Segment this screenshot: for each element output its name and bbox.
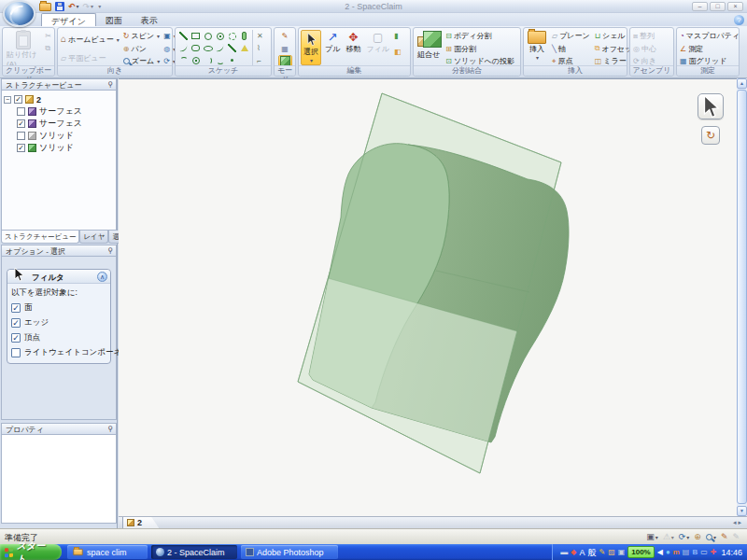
tree-expander[interactable]: − xyxy=(4,96,11,104)
sketch-mode-button[interactable]: ✎ xyxy=(281,30,289,42)
cylinder-tool-icon[interactable] xyxy=(242,32,247,40)
bluetooth-icon[interactable]: B xyxy=(692,548,698,557)
select-button[interactable]: 選択 ▾ xyxy=(301,30,321,65)
start-button[interactable]: スタート xyxy=(0,544,62,560)
taskbar-clock[interactable]: 14:46 xyxy=(721,548,742,557)
tangent-arc-tool-icon[interactable] xyxy=(204,57,212,64)
status-spin-button[interactable]: ⟳▾ xyxy=(679,532,690,541)
tree-row-root[interactable]: − ✓ 2 xyxy=(4,93,114,105)
replace-body-button[interactable]: ▮ xyxy=(393,30,402,42)
checkbox[interactable] xyxy=(11,348,21,357)
mass-properties-button[interactable]: ◔マスプロパティ xyxy=(679,30,737,42)
scroll-down-button[interactable]: ▼ xyxy=(737,506,747,516)
rounded-rect-tool-icon[interactable] xyxy=(191,45,200,51)
tab-scroll-arrows[interactable]: ◂▸ xyxy=(733,519,743,526)
ime-mode-indicator[interactable]: A xyxy=(579,548,585,557)
filter-check-edge[interactable]: ✓ エッジ xyxy=(7,315,110,330)
tree-root-label[interactable]: 2 xyxy=(36,95,41,105)
pin-icon[interactable]: ⚲ xyxy=(107,80,113,89)
trim-tool-button[interactable]: ✕ xyxy=(256,30,264,42)
spline-tool-icon[interactable] xyxy=(215,44,224,52)
split-face-button[interactable]: ⊞面分割 xyxy=(444,43,515,55)
viewport-scrollbar[interactable]: ▲ ▼ xyxy=(737,78,747,516)
viewport-spin-tool-button[interactable]: ↻ xyxy=(701,126,720,145)
center-button[interactable]: ◎中心 xyxy=(632,43,671,55)
scrollbar-thumb[interactable] xyxy=(737,90,747,504)
status-warning-button[interactable]: ⚠▾ xyxy=(663,532,674,541)
collapse-button[interactable]: ∧ xyxy=(97,272,107,282)
circle-3pt-tool-icon[interactable] xyxy=(217,33,224,40)
volume-icon[interactable]: ◆ xyxy=(571,548,576,557)
insert-plane-button[interactable]: ▱プレーン xyxy=(551,30,591,42)
paste-button[interactable]: 貼り付け(A) xyxy=(5,30,41,69)
bend-tool-icon[interactable] xyxy=(217,57,224,64)
align-button[interactable]: ⧈整列 xyxy=(632,30,671,42)
item-checkbox[interactable]: ✓ xyxy=(17,144,25,152)
tray-icon[interactable]: ▣ xyxy=(618,548,626,557)
status-note2-button[interactable]: ✎ xyxy=(732,532,740,541)
display-icon[interactable]: ▭ xyxy=(700,548,708,557)
ime-kana-indicator[interactable]: 般 xyxy=(587,548,596,557)
point-tool-icon[interactable] xyxy=(231,59,233,62)
status-pan-button[interactable]: ⊕ xyxy=(694,532,701,541)
properties-panel-header[interactable]: プロパティ ⚲ xyxy=(1,423,117,435)
title-bar[interactable]: ↶▾ ↷▾ ▾ 2 - SpaceClaim – □ × xyxy=(0,0,747,13)
tree-item-label[interactable]: サーフェス xyxy=(39,105,82,118)
filter-check-face[interactable]: ✓ 面 xyxy=(7,301,110,315)
rectangle-tool-icon[interactable] xyxy=(191,33,200,39)
pull-button[interactable]: ↗ プル xyxy=(323,30,342,55)
checkbox[interactable]: ✓ xyxy=(11,303,21,313)
combine-button[interactable]: 組合せ xyxy=(416,30,442,61)
root-checkbox[interactable]: ✓ xyxy=(14,95,22,104)
copy-button[interactable]: ⧉ xyxy=(44,42,52,54)
tab-design[interactable]: デザイン xyxy=(41,13,96,26)
tree-row[interactable]: ✓ サーフェス xyxy=(4,118,114,130)
spin-button[interactable]: ↻スピン▾ xyxy=(122,30,161,42)
taskbar-task-spaceclaim[interactable]: 2 - SpaceClaim xyxy=(151,545,237,559)
tab-drawing[interactable]: 図面 xyxy=(96,13,132,26)
status-note-button[interactable]: ✎ xyxy=(721,532,728,541)
home-view-button[interactable]: ⌂ホームビュー▾ xyxy=(60,34,120,46)
close-button[interactable]: × xyxy=(727,2,743,11)
split-body-button[interactable]: ⊟ボディ分割 xyxy=(444,30,515,42)
circle-tool-icon[interactable] xyxy=(204,33,212,40)
plan-view-button[interactable]: ▱平面ビュー xyxy=(60,52,120,64)
item-checkbox[interactable] xyxy=(17,107,25,116)
replace-face-button[interactable]: ◧ xyxy=(393,46,402,58)
arc-tool-icon[interactable] xyxy=(180,57,188,64)
minimize-button[interactable]: – xyxy=(692,2,708,11)
measure-button[interactable]: ∠測定 xyxy=(679,43,737,55)
section-mode-button[interactable]: ▦ xyxy=(280,43,289,55)
item-checkbox[interactable] xyxy=(17,132,25,140)
structure-tree[interactable]: − ✓ 2 サーフェス ✓ サーフェス ソリッド ✓ xyxy=(1,91,117,231)
3d-canvas[interactable] xyxy=(119,79,737,517)
taskbar-task-photoshop[interactable]: Adobe Photoshop xyxy=(241,545,338,559)
tree-item-label[interactable]: サーフェス xyxy=(39,118,82,130)
tray-icon[interactable]: ✚ xyxy=(711,548,717,557)
split-curve-tool-button[interactable]: ⌇ xyxy=(256,43,264,55)
construction-circle-tool-icon[interactable] xyxy=(229,33,236,40)
filter-check-lightweight[interactable]: ライトウェイトコンポーネント xyxy=(7,345,110,363)
tree-row[interactable]: ソリッド xyxy=(4,130,114,142)
polyline-tool-icon[interactable] xyxy=(178,44,188,52)
maximize-button[interactable]: □ xyxy=(710,2,726,11)
tree-item-label[interactable]: ソリッド xyxy=(39,130,74,142)
checkbox[interactable]: ✓ xyxy=(11,318,21,328)
tray-collapse-arrow[interactable]: ◀ xyxy=(657,548,663,557)
panel-tab-layers[interactable]: レイヤ xyxy=(79,231,108,244)
tray-icon[interactable]: ▬ xyxy=(560,548,568,557)
fill-button[interactable]: ▢ フィル xyxy=(364,30,391,55)
battery-indicator[interactable]: 100% xyxy=(627,546,654,558)
spaceclaim-logo-icon[interactable] xyxy=(3,0,35,27)
checkbox[interactable]: ✓ xyxy=(11,333,21,343)
item-checkbox[interactable]: ✓ xyxy=(17,119,25,128)
pin-icon[interactable]: ⚲ xyxy=(107,246,113,255)
tray-icon[interactable]: ▨ xyxy=(608,548,615,557)
line-tool-icon[interactable] xyxy=(179,32,188,40)
tree-item-label[interactable]: ソリッド xyxy=(39,142,74,154)
insert-axis-button[interactable]: ╲軸 xyxy=(551,43,591,55)
help-button[interactable]: ? xyxy=(734,15,744,25)
ellipse-tool-icon[interactable] xyxy=(204,46,213,51)
construction-line-tool-icon[interactable] xyxy=(228,44,236,52)
status-zoom-button[interactable]: ▾ xyxy=(706,534,716,540)
